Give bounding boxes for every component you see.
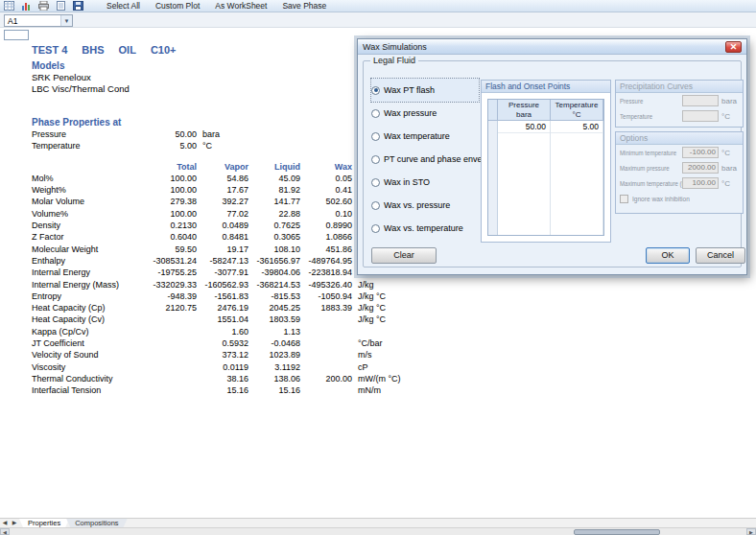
scroll-right-icon[interactable]: ▶ bbox=[746, 528, 756, 535]
row-selector[interactable] bbox=[488, 178, 498, 190]
grid-cell[interactable] bbox=[551, 155, 603, 167]
grid-cell[interactable] bbox=[498, 190, 551, 201]
ok-button[interactable]: OK bbox=[646, 247, 690, 264]
grid-empty-row[interactable] bbox=[488, 213, 603, 224]
vapor-value: 0.8481 bbox=[197, 231, 248, 243]
wax-value: 0.10 bbox=[300, 208, 352, 220]
grid-cell[interactable] bbox=[498, 201, 551, 213]
tab-scroll-left-icon[interactable]: ◀ bbox=[0, 519, 10, 527]
wax-mode-radio-group: Wax PT flash Wax pressure Wax temperatur… bbox=[371, 79, 479, 240]
print-icon[interactable] bbox=[38, 1, 49, 11]
options-panel: Options Minimum temperature -100.00 °C M… bbox=[615, 131, 744, 214]
condition-label: Pressure bbox=[32, 128, 145, 140]
property-label: Heat Capacity (Cv) bbox=[32, 314, 145, 325]
grid-cell[interactable] bbox=[551, 178, 603, 190]
dialog-title-bar[interactable]: Wax Simulations ✕ bbox=[358, 39, 746, 55]
wax-mode-radio[interactable]: Wax vs. temperature bbox=[371, 217, 479, 240]
row-selector[interactable] bbox=[488, 201, 498, 213]
flash-points-grid[interactable]: Pressure bara Temperature °C 50.005.00 bbox=[487, 99, 604, 236]
grid-cell[interactable] bbox=[498, 213, 551, 224]
vapor-value: 38.16 bbox=[197, 373, 248, 384]
row-selector[interactable] bbox=[488, 190, 498, 201]
grid-cell[interactable] bbox=[498, 132, 551, 144]
select-all-button[interactable]: Select All bbox=[106, 1, 140, 11]
row-selector[interactable] bbox=[488, 224, 498, 236]
property-label: Velocity of Sound bbox=[32, 349, 145, 361]
wax-mode-radio[interactable]: Wax vs. pressure bbox=[371, 194, 479, 217]
vapor-value: 54.86 bbox=[197, 173, 248, 184]
save-icon[interactable] bbox=[73, 1, 83, 11]
row-selector[interactable] bbox=[488, 213, 498, 224]
grid-cell[interactable] bbox=[498, 167, 551, 178]
liquid-value: -0.0468 bbox=[248, 337, 300, 349]
property-label: Molar Volume bbox=[32, 196, 145, 207]
grid-empty-row[interactable] bbox=[488, 190, 603, 201]
row-selector[interactable] bbox=[488, 144, 498, 155]
liquid-value: 81.92 bbox=[248, 184, 300, 196]
active-cell-indicator[interactable] bbox=[4, 30, 29, 40]
tab-scroll-right-icon[interactable]: ▶ bbox=[10, 519, 19, 527]
tab-properties[interactable]: Properties bbox=[19, 519, 69, 527]
liquid-value: 0.7625 bbox=[248, 220, 300, 231]
viscosity-model: LBC Visc/Thermal Cond bbox=[32, 83, 377, 95]
grid-cell[interactable] bbox=[551, 190, 603, 201]
unit-label: mW/(m °C) bbox=[352, 373, 401, 384]
grid-cell[interactable] bbox=[498, 178, 551, 190]
wax-mode-radio[interactable]: Wax pressure bbox=[371, 102, 479, 125]
grid-cell[interactable] bbox=[551, 201, 603, 213]
liquid-value: 1023.89 bbox=[248, 349, 300, 361]
cancel-button[interactable]: Cancel bbox=[696, 247, 745, 264]
wax-simulations-dialog: Wax Simulations ✕ Legal Fluid Wax PT fla… bbox=[357, 38, 747, 275]
wax-mode-radio[interactable]: Wax temperature bbox=[371, 125, 479, 148]
table-row: Volume% 100.00 77.02 22.88 0.10 bbox=[32, 208, 377, 220]
grid-data-row[interactable]: 50.005.00 bbox=[488, 121, 603, 132]
grid-cell[interactable] bbox=[498, 224, 551, 236]
vapor-value: 77.02 bbox=[197, 208, 248, 220]
grid-empty-row[interactable] bbox=[488, 201, 603, 213]
grid-cell[interactable] bbox=[498, 144, 551, 155]
grid-cell[interactable] bbox=[551, 132, 603, 144]
chevron-down-icon[interactable]: ▼ bbox=[60, 15, 72, 26]
report-sheet[interactable]: TEST 4BHSOILC10+ Models SRK Peneloux LBC… bbox=[32, 44, 377, 397]
grid-cell[interactable] bbox=[551, 224, 603, 236]
save-phase-button[interactable]: Save Phase bbox=[282, 1, 326, 11]
grid-cell[interactable] bbox=[551, 144, 603, 155]
tab-compositions[interactable]: Compositions bbox=[66, 519, 127, 527]
row-selector[interactable] bbox=[488, 167, 498, 178]
grid-empty-row[interactable] bbox=[488, 167, 603, 178]
grid-empty-row[interactable] bbox=[488, 144, 603, 155]
liquid-value: 22.88 bbox=[248, 208, 300, 220]
condition-unit: bara bbox=[197, 128, 248, 140]
scroll-left-icon[interactable]: ◀ bbox=[0, 528, 10, 535]
cell-name-box[interactable]: A1 ▼ bbox=[4, 14, 73, 27]
wax-value bbox=[300, 361, 352, 373]
chart-icon[interactable] bbox=[21, 1, 32, 11]
liquid-value: 0.3065 bbox=[248, 231, 300, 243]
horizontal-scrollbar[interactable]: ◀ ▶ bbox=[0, 527, 756, 535]
scrollbar-thumb[interactable] bbox=[574, 529, 660, 535]
as-worksheet-button[interactable]: As WorkSheet bbox=[215, 1, 267, 11]
wax-mode-radio[interactable]: Wax PT flash bbox=[371, 79, 479, 102]
row-selector[interactable] bbox=[488, 155, 498, 167]
vapor-value: 19.17 bbox=[197, 244, 248, 255]
liquid-value: 45.09 bbox=[248, 173, 300, 184]
total-value: 59.50 bbox=[145, 244, 197, 255]
eos-model: SRK Peneloux bbox=[32, 72, 377, 83]
grid-empty-row[interactable] bbox=[488, 132, 603, 144]
close-icon[interactable]: ✕ bbox=[725, 41, 742, 53]
grid-cell[interactable] bbox=[551, 167, 603, 178]
row-selector[interactable] bbox=[488, 132, 498, 144]
grid-empty-row[interactable] bbox=[488, 224, 603, 236]
grid-empty-row[interactable] bbox=[488, 155, 603, 167]
unit-label: J/kg °C bbox=[352, 314, 386, 325]
grid-cell[interactable] bbox=[551, 213, 603, 224]
grid-icon[interactable] bbox=[4, 1, 14, 11]
sheet-tab-bar: ◀ ▶ Properties Compositions bbox=[0, 518, 756, 527]
clear-button[interactable]: Clear bbox=[371, 247, 437, 264]
wax-mode-radio[interactable]: Wax in STO bbox=[371, 171, 479, 194]
grid-empty-row[interactable] bbox=[488, 178, 603, 190]
wax-mode-radio[interactable]: PT curve and phase envelope bbox=[371, 148, 479, 171]
grid-cell[interactable] bbox=[498, 155, 551, 167]
worksheet-icon[interactable] bbox=[56, 1, 66, 11]
custom-plot-button[interactable]: Custom Plot bbox=[155, 1, 200, 11]
